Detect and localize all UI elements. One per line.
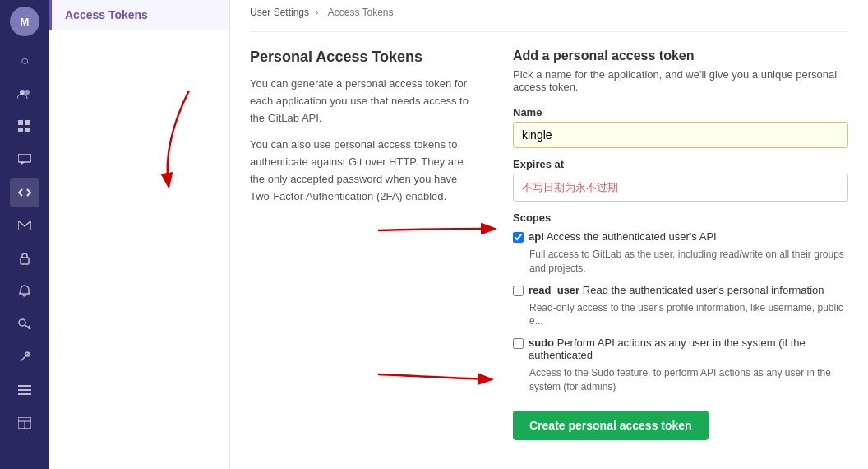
mail-icon[interactable]	[10, 211, 39, 240]
list-icon[interactable]	[10, 375, 39, 405]
lock-icon[interactable]	[10, 244, 39, 273]
scope-sudo-name: sudo	[529, 337, 554, 349]
breadcrumb-current: Access Tokens	[328, 7, 394, 18]
scopes-label: Scopes	[513, 211, 848, 224]
form-subtitle: Pick a name for the application, and we'…	[513, 68, 848, 93]
sidebar: M ○	[0, 0, 49, 469]
scope-read-user-block: read_user Read the authenticated user's …	[513, 284, 848, 329]
nav-item-access-tokens[interactable]: Access Tokens	[49, 0, 229, 30]
scope-sudo-desc: Perform API actions as any user in the s…	[529, 337, 806, 361]
breadcrumb-separator: ›	[315, 7, 318, 18]
nav-panel: Access Tokens	[49, 0, 230, 469]
form-column: Add a personal access token Pick a name …	[513, 49, 848, 469]
svg-rect-4	[18, 128, 23, 132]
breadcrumb-parent[interactable]: User Settings	[250, 7, 309, 18]
table-icon[interactable]	[10, 408, 39, 438]
scope-api-full-desc: Full access to GitLab as the user, inclu…	[529, 248, 848, 276]
description-para2: You can also use personal access tokens …	[250, 137, 480, 205]
bell-icon[interactable]	[10, 276, 39, 306]
scope-api-block: api Access the authenticated user's API …	[513, 230, 848, 276]
grid-icon[interactable]	[10, 112, 39, 142]
user-icon[interactable]: ○	[10, 46, 39, 76]
key2-icon[interactable]	[10, 342, 39, 372]
svg-rect-11	[18, 385, 31, 387]
svg-rect-13	[18, 393, 31, 395]
scope-sudo-block: sudo Perform API actions as any user in …	[513, 337, 848, 394]
svg-rect-5	[25, 128, 30, 132]
scope-read-user-full-desc: Read-only access to the user's profile i…	[529, 301, 848, 329]
form-title: Add a personal access token	[513, 49, 848, 63]
breadcrumb: User Settings › Access Tokens	[250, 0, 848, 32]
main-content: User Settings › Access Tokens Personal A…	[230, 0, 868, 469]
svg-point-1	[25, 90, 30, 95]
group-icon[interactable]	[10, 79, 39, 109]
scope-read-user-label: read_user Read the authenticated user's …	[529, 284, 824, 296]
scope-read-user-checkbox[interactable]	[513, 286, 524, 296]
code-icon[interactable]	[10, 178, 39, 207]
expires-label: Expires at	[513, 158, 848, 170]
chat-icon[interactable]	[10, 145, 39, 174]
page-title: Personal Access Tokens	[250, 49, 480, 66]
scope-api-desc: Access the authenticated user's API	[547, 230, 717, 243]
scope-read-user-name: read_user	[529, 284, 579, 296]
scope-sudo-full-desc: Access to the Sudo feature, to perform A…	[529, 366, 848, 394]
scope-api-label: api Access the authenticated user's API	[529, 230, 717, 243]
left-column: Personal Access Tokens You can generate …	[250, 49, 480, 469]
svg-rect-2	[18, 120, 23, 125]
svg-rect-12	[18, 389, 31, 391]
svg-rect-3	[25, 120, 30, 125]
avatar[interactable]: M	[10, 7, 39, 36]
scope-sudo-checkbox[interactable]	[513, 338, 524, 349]
scope-sudo-label: sudo Perform API actions as any user in …	[529, 337, 848, 361]
svg-rect-8	[21, 258, 29, 264]
create-token-button[interactable]: Create personal access token	[513, 411, 709, 440]
name-label: Name	[513, 106, 848, 118]
svg-rect-6	[18, 154, 31, 162]
key-icon[interactable]	[10, 309, 39, 339]
scope-read-user-desc: Read the authenticated user's personal i…	[583, 284, 824, 296]
expires-hint: 不写日期为永不过期	[513, 174, 848, 202]
scope-api-name: api	[529, 230, 544, 243]
scope-api-checkbox[interactable]	[513, 232, 524, 243]
name-input[interactable]	[513, 122, 848, 148]
description-para1: You can generate a personal access token…	[250, 76, 480, 127]
svg-point-9	[19, 319, 25, 326]
